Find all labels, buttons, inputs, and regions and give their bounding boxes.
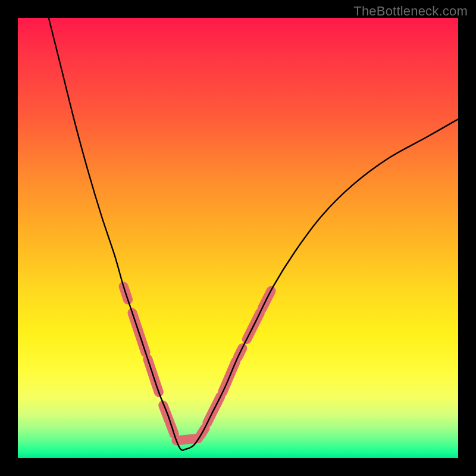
bottleneck-curve — [49, 18, 458, 450]
highlight-segment — [176, 439, 198, 441]
watermark-text: TheBottleneck.com — [353, 4, 468, 19]
plot-area — [18, 18, 458, 458]
highlight-segments — [124, 286, 271, 440]
curve-svg — [18, 18, 458, 458]
chart-frame: TheBottleneck.com — [0, 0, 476, 476]
